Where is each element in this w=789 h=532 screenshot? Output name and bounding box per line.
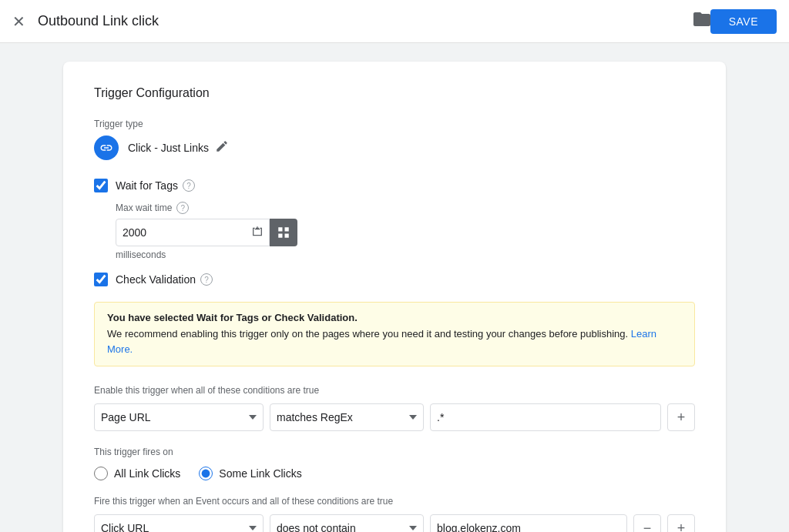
- warning-box: You have selected Wait for Tags or Check…: [94, 302, 695, 366]
- wait-for-tags-label: Wait for Tags: [116, 179, 178, 192]
- max-wait-section: Max wait time ? milliseconds: [116, 202, 695, 260]
- variable-picker-button[interactable]: [270, 219, 297, 246]
- some-link-clicks-label: Some Link Clicks: [219, 467, 301, 480]
- check-validation-help-icon[interactable]: ?: [200, 273, 213, 286]
- svg-rect-2: [278, 234, 282, 238]
- all-link-clicks-radio[interactable]: [94, 467, 108, 480]
- trigger-type-label: Trigger type: [94, 119, 695, 129]
- save-button[interactable]: SAVE: [710, 9, 777, 34]
- enable-conditions-row: Page URL matches RegEx +: [94, 403, 695, 431]
- check-validation-row: Check Validation ?: [94, 273, 695, 286]
- trigger-type-name: Click - Just Links: [128, 142, 209, 154]
- warning-text: We recommend enabling this trigger only …: [107, 326, 682, 356]
- folder-icon[interactable]: [693, 12, 710, 30]
- wait-time-input-wrapper: [116, 219, 270, 246]
- svg-rect-3: [285, 234, 289, 238]
- fire-when-conditions-row: Click URL does not contain − +: [94, 514, 695, 532]
- topbar: ✕ Outbound Link click SAVE: [0, 0, 789, 43]
- wait-for-tags-help-icon[interactable]: ?: [183, 179, 195, 192]
- some-link-clicks-option[interactable]: Some Link Clicks: [199, 467, 301, 480]
- enable-conditions-label: Enable this trigger when all of these co…: [94, 385, 695, 396]
- milliseconds-label: milliseconds: [116, 249, 695, 260]
- enable-condition-op-select[interactable]: matches RegEx: [270, 403, 424, 431]
- card-title: Trigger Configuration: [94, 86, 695, 100]
- main-content: Trigger Configuration Trigger type Click…: [0, 43, 789, 532]
- enable-condition-var-select[interactable]: Page URL: [94, 403, 264, 431]
- wait-for-tags-checkbox[interactable]: [94, 179, 108, 192]
- check-validation-label: Check Validation: [116, 273, 196, 286]
- fires-on-row: All Link Clicks Some Link Clicks: [94, 467, 695, 480]
- check-validation-checkbox[interactable]: [94, 273, 108, 286]
- max-wait-help-icon[interactable]: ?: [176, 202, 189, 214]
- fire-condition-op-select[interactable]: does not contain: [270, 514, 424, 532]
- enable-condition-val-input[interactable]: [430, 403, 661, 431]
- edit-trigger-icon[interactable]: [215, 139, 229, 156]
- fires-on-label: This trigger fires on: [94, 447, 695, 457]
- page-title: Outbound Link click: [38, 13, 687, 29]
- all-link-clicks-option[interactable]: All Link Clicks: [94, 467, 180, 480]
- svg-rect-0: [278, 227, 282, 231]
- svg-rect-1: [285, 227, 289, 231]
- remove-fire-condition-button[interactable]: −: [633, 514, 661, 532]
- wait-for-tags-row: Wait for Tags ?: [94, 179, 695, 192]
- all-link-clicks-label: All Link Clicks: [114, 467, 180, 480]
- fire-condition-val-input[interactable]: [430, 514, 627, 532]
- add-fire-condition-button[interactable]: +: [667, 514, 695, 532]
- wait-time-input[interactable]: [116, 219, 270, 246]
- close-button[interactable]: ✕: [12, 12, 25, 31]
- max-wait-label: Max wait time ?: [116, 202, 695, 214]
- add-enable-condition-button[interactable]: +: [667, 403, 695, 431]
- wait-time-variable-icon[interactable]: [251, 226, 264, 240]
- trigger-config-card: Trigger Configuration Trigger type Click…: [63, 62, 726, 532]
- fire-when-label: Fire this trigger when an Event occurs a…: [94, 496, 695, 507]
- wait-time-row: [116, 219, 695, 246]
- trigger-type-row: Click - Just Links: [94, 136, 695, 160]
- trigger-type-icon[interactable]: [94, 136, 119, 160]
- fire-condition-var-select[interactable]: Click URL: [94, 514, 264, 532]
- warning-title: You have selected Wait for Tags or Check…: [107, 312, 682, 323]
- some-link-clicks-radio[interactable]: [199, 467, 213, 480]
